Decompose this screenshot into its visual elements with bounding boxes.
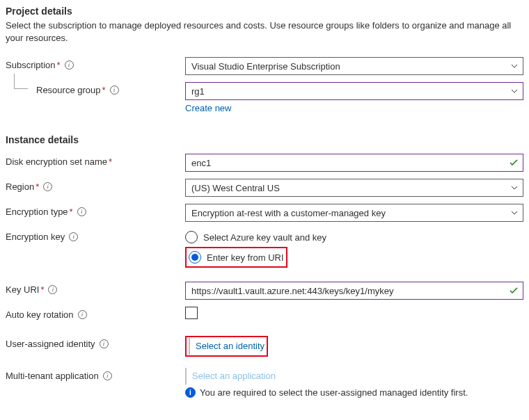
- chevron-down-icon: [510, 209, 519, 217]
- auto-key-rotation-label: Auto key rotation: [6, 309, 74, 320]
- resource-group-value: rg1: [191, 86, 205, 97]
- radio-select-vault[interactable]: Select Azure key vault and key: [185, 229, 523, 245]
- disk-enc-name-label: Disk encryption set name: [6, 156, 107, 167]
- radio-uri-label: Enter key from URI: [207, 252, 284, 263]
- info-icon: i: [185, 387, 196, 398]
- key-uri-label: Key URI: [6, 284, 39, 295]
- highlight-box: Select an identity: [185, 336, 268, 357]
- instance-details-heading: Instance details: [6, 134, 523, 145]
- subscription-label: Subscription: [6, 60, 56, 70]
- select-identity-link[interactable]: Select an identity: [189, 338, 264, 355]
- chevron-down-icon: [510, 184, 519, 192]
- checkmark-icon: [509, 158, 519, 168]
- required-mark: *: [102, 85, 106, 95]
- checkmark-icon: [509, 286, 519, 296]
- encryption-type-select[interactable]: Encryption at-rest with a customer-manag…: [185, 204, 523, 222]
- chevron-down-icon: [510, 62, 519, 70]
- info-icon[interactable]: i: [110, 86, 119, 95]
- indent-line: [14, 74, 28, 89]
- multi-tenant-note: You are required to select the user-assi…: [200, 387, 468, 398]
- encryption-type-value: Encryption at-rest with a customer-manag…: [191, 208, 386, 218]
- resource-group-select[interactable]: rg1: [185, 82, 523, 100]
- auto-key-rotation-checkbox[interactable]: [185, 307, 198, 319]
- radio-icon: [185, 231, 198, 243]
- info-icon[interactable]: i: [100, 339, 109, 348]
- info-icon[interactable]: i: [78, 310, 87, 319]
- radio-vault-label: Select Azure key vault and key: [203, 232, 326, 243]
- disk-enc-name-value: enc1: [191, 158, 211, 168]
- user-assigned-identity-label: User-assigned identity: [6, 339, 95, 349]
- key-uri-value: https://vault1.vault.azure.net:443/keys/…: [191, 286, 393, 296]
- info-icon[interactable]: i: [48, 285, 57, 294]
- info-icon[interactable]: i: [65, 60, 74, 70]
- info-icon[interactable]: i: [77, 207, 86, 216]
- info-icon[interactable]: i: [69, 232, 78, 241]
- encryption-type-label: Encryption type: [6, 207, 68, 217]
- key-uri-input[interactable]: https://vault1.vault.azure.net:443/keys/…: [185, 282, 523, 300]
- region-label: Region: [6, 181, 34, 192]
- project-details-desc: Select the subscription to manage deploy…: [6, 19, 523, 45]
- select-application-link: Select an application: [185, 368, 276, 385]
- required-mark: *: [109, 156, 112, 167]
- highlight-box: Enter key from URI: [185, 247, 287, 268]
- radio-enter-uri[interactable]: Enter key from URI: [189, 249, 284, 266]
- region-value: (US) West Central US: [191, 183, 280, 193]
- required-mark: *: [70, 207, 73, 217]
- info-icon[interactable]: i: [103, 371, 112, 380]
- resource-group-label: Resource group: [36, 85, 101, 95]
- project-details-heading: Project details: [6, 6, 523, 17]
- required-mark: *: [57, 60, 61, 70]
- subscription-select[interactable]: Visual Studio Enterprise Subscription: [185, 57, 523, 75]
- required-mark: *: [35, 181, 39, 192]
- encryption-key-label: Encryption key: [6, 232, 65, 242]
- radio-icon: [189, 251, 201, 264]
- region-select[interactable]: (US) West Central US: [185, 179, 523, 197]
- disk-enc-name-input[interactable]: enc1: [185, 154, 523, 172]
- info-icon[interactable]: i: [43, 182, 52, 191]
- create-new-link[interactable]: Create new: [185, 103, 231, 113]
- required-mark: *: [40, 284, 44, 295]
- multi-tenant-app-label: Multi-tenant application: [6, 371, 99, 381]
- subscription-value: Visual Studio Enterprise Subscription: [191, 61, 340, 72]
- chevron-down-icon: [510, 87, 519, 95]
